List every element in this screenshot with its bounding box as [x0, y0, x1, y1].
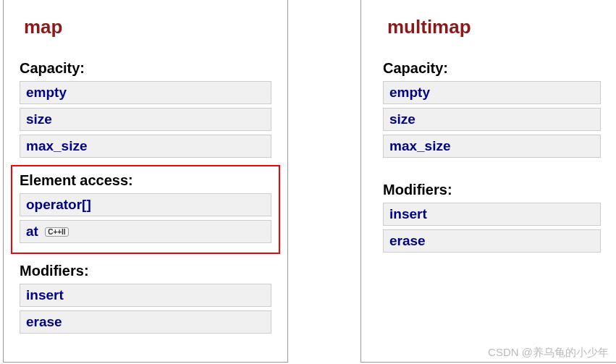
member-label: erase — [26, 314, 62, 329]
member-row[interactable]: size — [383, 108, 601, 131]
member-label: max_size — [26, 138, 88, 153]
member-label: erase — [389, 233, 426, 248]
map-panel: map Capacity: empty size max_size Elemen… — [3, 0, 288, 363]
member-row[interactable]: max_size — [383, 135, 601, 158]
panel-title-multimap: multimap — [387, 16, 601, 38]
member-row[interactable]: empty — [383, 81, 601, 104]
member-row[interactable]: size — [20, 108, 271, 131]
section-header-capacity: Capacity: — [20, 60, 271, 77]
multimap-panel: multimap Capacity: empty size max_size M… — [360, 0, 616, 363]
cpp11-badge-icon: C++II — [45, 227, 68, 237]
section-header-element-access: Element access: — [20, 172, 271, 189]
member-row[interactable]: empty — [20, 81, 271, 104]
member-row[interactable]: insert — [20, 284, 271, 307]
member-label: empty — [389, 85, 430, 100]
watermark-text: CSDN @养乌龟的小少年 — [488, 346, 609, 360]
member-label: operator[] — [26, 197, 91, 212]
member-label: insert — [389, 206, 427, 221]
panel-title-map: map — [24, 16, 271, 38]
member-row[interactable]: insert — [383, 203, 601, 226]
member-label: at — [26, 224, 38, 239]
member-label: insert — [26, 287, 64, 302]
section-header-modifiers: Modifiers: — [383, 182, 601, 198]
member-label: size — [26, 111, 52, 127]
member-label: size — [389, 111, 415, 127]
member-label: empty — [26, 85, 67, 100]
member-row[interactable]: erase — [20, 310, 271, 334]
member-row[interactable]: operator[] — [20, 193, 271, 216]
member-row[interactable]: at C++II — [20, 220, 271, 243]
element-access-highlight: Element access: operator[] at C++II — [11, 165, 280, 254]
member-label: max_size — [389, 138, 451, 153]
section-header-modifiers: Modifiers: — [20, 263, 271, 279]
section-header-capacity: Capacity: — [383, 60, 601, 77]
member-row[interactable]: erase — [383, 229, 601, 253]
member-row[interactable]: max_size — [20, 135, 271, 158]
